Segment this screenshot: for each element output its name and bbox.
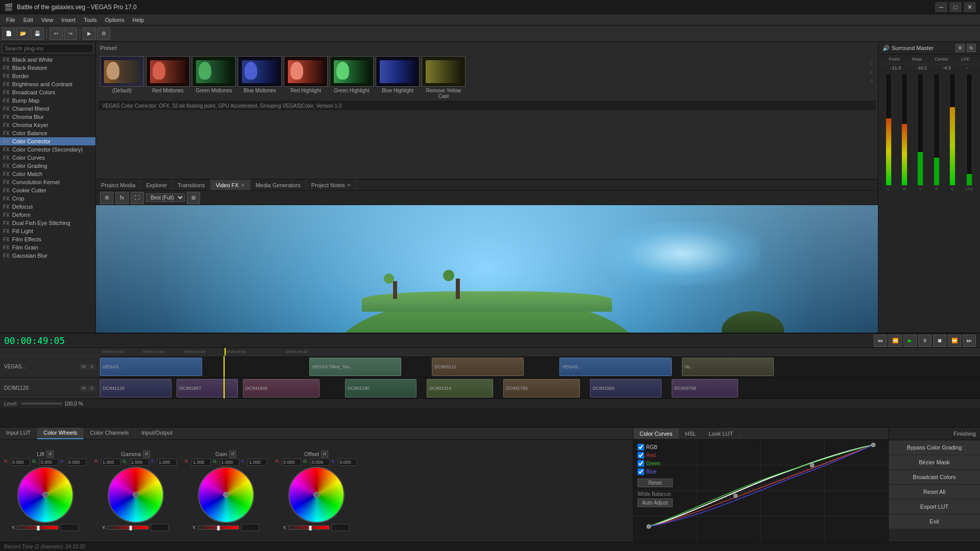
tab-input-lut[interactable]: Input LUT [0,428,37,439]
plugin-black-restore[interactable]: FX Black Restore [0,64,95,72]
clip-dcim1290[interactable]: DCIM1290 [345,379,416,397]
preset-blue-midtones[interactable]: Blue Midtones [238,56,282,99]
clip-dcim1566[interactable]: DCIM1566 [590,379,662,397]
gamma-r-val[interactable] [101,459,120,466]
gain-y-val[interactable]: 0.93 [241,524,259,531]
tab-look-lut[interactable]: Look LUT [703,429,740,439]
gamma-b-val[interactable] [157,459,177,466]
plugin-color-curves[interactable]: FX Color Curves [0,154,95,162]
quality-select[interactable]: Best (Full) [146,193,185,202]
plugin-color-match[interactable]: FX Color Match [0,170,95,178]
offset-y-val[interactable]: 0.00 [331,524,350,531]
video-fx-button[interactable]: fx [115,192,129,204]
menu-file[interactable]: File [2,16,19,24]
bypass-color-grading-button[interactable]: Bypass Color Grading [889,440,980,455]
gamma-y-track[interactable] [108,525,149,530]
timeline-end[interactable]: ⏭ [963,335,976,347]
gain-reset[interactable]: ↺ [229,450,236,458]
plugin-color-grading[interactable]: FX Color Grading [0,162,95,170]
track-2-mute[interactable]: M [80,385,87,391]
tab-project-notes[interactable]: Project Notes ✕ [306,180,357,190]
close-button[interactable]: ✕ [964,2,976,12]
timeline-start[interactable]: ⏮ [874,335,887,347]
preset-remove-yellow[interactable]: Remove Yellow Cast [422,56,465,99]
timeline-play[interactable]: ▶ [903,335,917,347]
clip-dcim1120[interactable]: DCIM1120 [100,379,172,397]
redo-button[interactable]: ↪ [64,28,77,40]
grid-button[interactable]: ⊞ [187,192,200,204]
surround-fx[interactable]: fx [967,44,976,52]
new-button[interactable]: 📄 [2,28,15,40]
offset-wheel[interactable] [288,467,345,523]
gain-b-val[interactable] [248,459,267,466]
gain-r-val[interactable] [191,459,211,466]
track-2-solo[interactable]: S [88,385,95,391]
gain-y-track[interactable] [198,525,239,530]
auto-adjust-button[interactable]: Auto Adjust [638,498,673,507]
undo-button[interactable]: ↩ [50,28,63,40]
plugin-gaussian-blur[interactable]: FX Gaussian Blur [0,252,95,260]
clip-dcim-1[interactable]: DCIM3112 [432,358,524,376]
plugin-black-white[interactable]: FX Black and White [0,56,95,64]
plugin-border[interactable]: FX Border [0,72,95,80]
reset-all-button[interactable]: Reset All [889,485,980,499]
gain-wheel[interactable] [198,467,254,523]
plugin-brightness-contrast[interactable]: FX Brightness and Contrast [0,80,95,88]
checkbox-green-label[interactable]: Green [638,460,673,467]
tab-video-fx-close[interactable]: ✕ [241,183,245,188]
plugin-deform[interactable]: FX Deform [0,211,95,219]
plugin-crop[interactable]: FX Crop [0,194,95,203]
plugin-channel-blend[interactable]: FX Channel Blend [0,105,95,113]
clip-vegas-1[interactable]: VEGAS... [100,358,202,376]
tab-media-generators[interactable]: Media Generators [251,180,306,190]
track-1-solo[interactable]: S [88,364,95,370]
checkbox-red[interactable] [638,452,644,459]
plugin-color-balance[interactable]: FX Color Balance [0,129,95,137]
offset-y-track[interactable] [288,525,329,530]
gamma-wheel-handle[interactable] [133,492,139,498]
checkbox-rgb[interactable] [638,444,644,450]
broadcast-colors-button[interactable]: Broadcast Colors [889,470,980,485]
clip-titles-1[interactable]: VEGAS Titles_Tex... [309,358,401,376]
plugin-broadcast-colors[interactable]: FX Broadcast Colors [0,88,95,96]
plugin-film-grain[interactable]: FX Film Grain [0,243,95,252]
plugin-bump-map[interactable]: FX Bump Map [0,96,95,105]
clip-ve-1[interactable]: Ve... [682,358,774,376]
clip-dcim1867[interactable]: DCIM1867 [177,379,238,397]
gamma-g-val[interactable] [130,459,149,466]
settings-button[interactable]: ⚙ [97,28,110,40]
exit-button[interactable]: Exit [889,514,980,529]
lift-b-val[interactable] [67,459,86,466]
plugin-defocus[interactable]: FX Defocus [0,203,95,211]
level-slider-1[interactable] [21,403,62,405]
checkbox-blue[interactable] [638,468,644,475]
plugin-cookie-cutter[interactable]: FX Cookie Cutter [0,186,95,194]
tab-input-output[interactable]: Input/Output [135,428,179,439]
save-button[interactable]: 💾 [31,28,44,40]
timeline-stop[interactable]: ⏹ [933,335,946,347]
maximize-button[interactable]: □ [949,2,962,12]
search-input[interactable] [2,44,93,53]
preset-blue-highlight[interactable]: Blue Highlight [376,56,420,99]
lift-wheel[interactable] [17,467,74,523]
plugin-dual-fish-eye[interactable]: FX Dual Fish Eye Stitching [0,219,95,227]
clip-dcim1765[interactable]: DCIM1765 [503,379,580,397]
surround-settings[interactable]: ⚙ [955,44,965,52]
plugin-color-corrector[interactable]: FX Color Corrector [0,137,95,145]
checkbox-red-label[interactable]: Red [638,452,673,459]
preset-default[interactable]: (Default) [100,56,144,99]
lift-y-val[interactable]: -0.01 [60,524,79,531]
gamma-y-val[interactable]: 1.03 [151,524,169,531]
tab-video-fx[interactable]: Video FX ✕ [211,180,251,190]
plugin-fill-light[interactable]: FX Fill Light [0,227,95,235]
gamma-wheel[interactable] [108,467,164,523]
menu-tools[interactable]: Tools [80,16,101,24]
video-fullscreen-button[interactable]: ⛶ [131,192,144,204]
lift-reset[interactable]: ↺ [46,450,54,458]
reset-button[interactable]: Reset [638,479,673,487]
gain-g-val[interactable] [220,459,239,466]
checkbox-blue-label[interactable]: Blue [638,468,673,475]
plugin-chroma-blur[interactable]: FX Chroma Blur [0,113,95,121]
tab-project-notes-close[interactable]: ✕ [347,183,351,188]
checkbox-rgb-label[interactable]: RGB [638,444,673,450]
